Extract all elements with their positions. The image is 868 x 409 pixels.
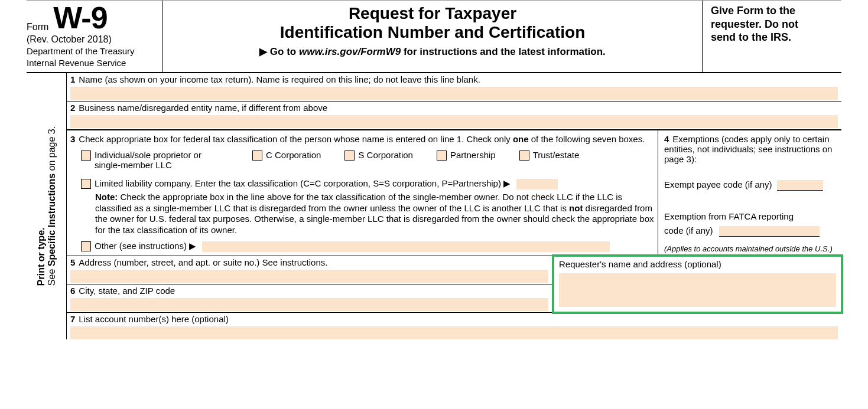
give-line2: requester. Do not <box>711 18 841 31</box>
sidebar-see: See <box>47 267 57 286</box>
city-state-zip-input[interactable] <box>70 298 548 311</box>
opt-ccorp: C Corporation <box>266 150 321 160</box>
col-3: 3Check appropriate box for federal tax c… <box>67 130 658 256</box>
llc-class-input[interactable] <box>516 179 558 189</box>
opt-individual-a: Individual/sole proprietor or <box>95 150 201 160</box>
row4-num: 4 <box>664 134 669 144</box>
row-7: 7List account number(s) here (optional) <box>67 312 841 339</box>
form-title-1: Request for Taxpayer <box>169 4 696 23</box>
row-2: 2Business name/disregarded entity name, … <box>67 101 841 128</box>
row-6: 6City, state, and ZIP code <box>67 284 552 311</box>
row-5-6-requester: 5Address (number, street, and apt. or su… <box>67 256 841 312</box>
requester-label: Requester's name and address (optional) <box>559 259 721 269</box>
revision-date: (Rev. October 2018) <box>27 34 162 45</box>
give-line1: Give Form to the <box>711 4 841 18</box>
col-4: 4Exemptions (codes apply only to certain… <box>658 130 841 256</box>
applies-note: (Applies to accounts maintained outside … <box>664 244 833 253</box>
opt-partnership: Partnership <box>450 150 496 160</box>
opt-trust: Trust/estate <box>533 150 580 160</box>
form-header: Form W-9 (Rev. October 2018) Department … <box>27 1 841 73</box>
note-a: Check the appropriate box in the line ab… <box>95 192 622 213</box>
row1-label: Name (as shown on your income tax return… <box>79 74 480 84</box>
department-line2: Internal Revenue Service <box>27 58 162 68</box>
department-line1: Department of the Treasury <box>27 46 162 57</box>
opt-other: Other (see instructions) ▶ <box>95 241 196 251</box>
checkbox-scorp[interactable] <box>344 150 355 161</box>
requester-input[interactable] <box>559 273 836 307</box>
row6-num: 6 <box>70 286 75 296</box>
form-word: Form <box>27 22 48 32</box>
form-code: W-9 <box>53 4 107 32</box>
note-bold: Note: <box>95 192 118 202</box>
exempt-payee-label: Exempt payee code (if any) <box>664 179 772 189</box>
account-numbers-input[interactable] <box>70 326 838 339</box>
goto-suffix: for instructions and the latest informat… <box>401 46 606 57</box>
fatca-label-a: Exemption from FATCA reporting <box>664 211 794 221</box>
llc-note: Note: Check the appropriate box in the l… <box>95 192 654 236</box>
name-input[interactable] <box>70 87 838 100</box>
row2-label: Business name/disregarded entity name, i… <box>79 103 327 113</box>
main-form: 1Name (as shown on your income tax retur… <box>67 73 841 339</box>
checkbox-ccorp[interactable] <box>252 150 262 161</box>
row3-intro-bold: one <box>513 134 529 144</box>
header-left: Form W-9 (Rev. October 2018) Department … <box>27 1 162 72</box>
exempt-payee-input[interactable] <box>777 180 823 191</box>
note-bold2: not <box>569 203 583 213</box>
form-title-2: Identification Number and Certification <box>169 23 696 42</box>
row-1: 1Name (as shown on your income tax retur… <box>67 73 841 100</box>
fatca-code-input[interactable] <box>719 226 820 237</box>
business-name-input[interactable] <box>70 115 838 128</box>
row6-label: City, state, and ZIP code <box>79 286 175 296</box>
other-input[interactable] <box>202 241 610 252</box>
sidebar-specific: Specific Instructions <box>47 174 57 266</box>
header-right: Give Form to the requester. Do not send … <box>703 1 841 72</box>
address-input[interactable] <box>70 270 548 283</box>
goto-prefix: ▶ Go to <box>259 46 299 57</box>
give-line3: send to the IRS. <box>711 31 841 44</box>
sidebar-page3: on page 3. <box>47 126 57 174</box>
opt-individual-b: single-member LLC <box>95 160 172 170</box>
row4-intro: Exemptions (codes apply only to certain … <box>664 134 832 164</box>
header-center: Request for Taxpayer Identification Numb… <box>162 1 703 72</box>
checkbox-llc[interactable] <box>81 179 91 189</box>
row-5: 5Address (number, street, and apt. or su… <box>67 256 552 283</box>
fatca-label-b: code (if any) <box>664 225 713 235</box>
checkbox-other[interactable] <box>81 241 91 251</box>
sidebar-instructions: Print or type. See Specific Instructions… <box>27 73 67 339</box>
opt-scorp: S Corporation <box>358 150 413 160</box>
row7-label: List account number(s) here (optional) <box>79 314 228 324</box>
row2-num: 2 <box>70 103 75 113</box>
checkbox-trust[interactable] <box>519 150 529 161</box>
checkbox-partnership[interactable] <box>437 150 447 161</box>
goto-line: ▶ Go to www.irs.gov/FormW9 for instructi… <box>169 45 696 58</box>
goto-url: www.irs.gov/FormW9 <box>299 46 401 57</box>
row-3-4: 3Check appropriate box for federal tax c… <box>67 129 841 256</box>
opt-llc: Limited liability company. Enter the tax… <box>95 178 511 188</box>
row7-num: 7 <box>70 314 75 324</box>
requester-column: Requester's name and address (optional) <box>552 256 841 312</box>
row5-num: 5 <box>70 257 75 267</box>
row3-intro-a: Check appropriate box for federal tax cl… <box>79 134 513 144</box>
row3-num: 3 <box>70 134 75 144</box>
row5-label: Address (number, street, and apt. or sui… <box>79 257 327 267</box>
row1-num: 1 <box>70 74 75 84</box>
checkbox-individual[interactable] <box>81 150 91 161</box>
sidebar-print: Print or type. <box>36 228 46 286</box>
row3-intro-b: of the following seven boxes. <box>529 134 645 144</box>
requester-highlight: Requester's name and address (optional) <box>552 254 843 314</box>
